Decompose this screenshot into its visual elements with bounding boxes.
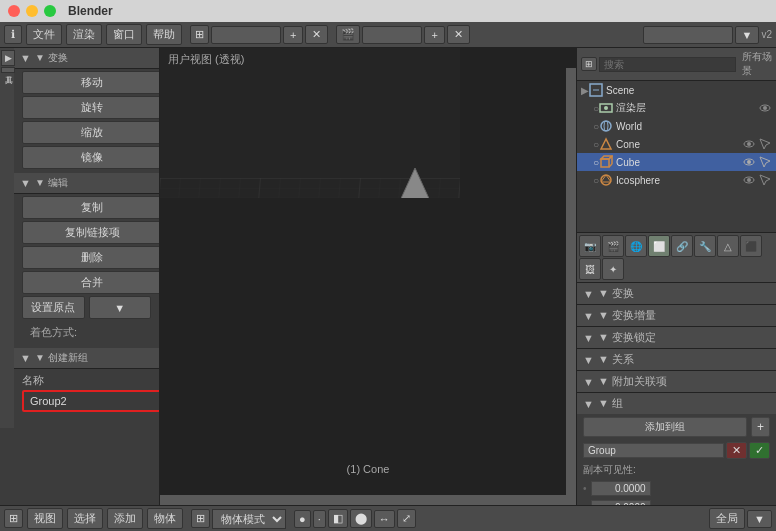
cube-eye-icon[interactable] <box>742 155 756 169</box>
outliner-item-scene[interactable]: ▶ Scene <box>577 81 776 99</box>
prop-particle-icon[interactable]: ✦ <box>602 258 624 280</box>
copy-vis-value-2[interactable]: 0.0000 <box>591 500 651 505</box>
info-icon[interactable]: ℹ <box>4 25 22 44</box>
close-button[interactable] <box>8 5 20 17</box>
dot-icon[interactable]: · <box>313 510 326 528</box>
prop-render-icon[interactable]: 📷 <box>579 235 601 257</box>
copy-vis-value-1[interactable]: 0.0000 <box>591 481 651 496</box>
create-group-header[interactable]: ▼ ▼ 创建新组 <box>14 348 159 369</box>
object-btn[interactable]: 物体 <box>147 508 183 529</box>
group-name-input[interactable]: Group2 <box>22 390 160 412</box>
add-to-group-btn[interactable]: 添加到组 <box>583 417 747 437</box>
bottom-bar: ⊞ 视图 选择 添加 物体 ⊞ 物体模式 ● · ◧ ⬤ ↔ ⤢ 全局 ▼ <box>0 505 776 531</box>
prop-texture-icon[interactable]: 🖼 <box>579 258 601 280</box>
prop-world-icon[interactable]: 🌐 <box>625 235 647 257</box>
transform-delta-label: ▼ 变换增量 <box>598 308 656 323</box>
group-header[interactable]: ▼ ▼ 组 <box>577 393 776 414</box>
outliner-item-render[interactable]: ○ 渲染层 <box>577 99 776 117</box>
create-group-arrow: ▼ <box>20 352 31 364</box>
relations-label: ▼ 关系 <box>598 352 634 367</box>
prop-material-icon[interactable]: ⬛ <box>740 235 762 257</box>
move-btn[interactable]: 移动 <box>22 71 160 94</box>
svg-point-57 <box>747 178 751 182</box>
menu-render[interactable]: 渲染 <box>66 24 102 45</box>
outliner-search[interactable] <box>599 57 736 72</box>
view-btn[interactable]: 视图 <box>27 508 63 529</box>
group-remove-btn[interactable]: ✕ <box>726 442 747 459</box>
select-btn[interactable]: 选择 <box>67 508 103 529</box>
object-mode-icon[interactable]: ⊞ <box>191 509 210 528</box>
cone-eye-icon[interactable] <box>742 137 756 151</box>
layout-input[interactable]: Default <box>211 26 281 44</box>
icosphere-label: Icosphere <box>616 175 660 186</box>
side-strip-btn[interactable]: ▶ <box>1 50 15 66</box>
edit-section-header[interactable]: ▼ ▼ 编辑 <box>14 173 159 194</box>
menu-window[interactable]: 窗口 <box>106 24 142 45</box>
set-origin-btn[interactable]: 设置原点 <box>22 296 85 319</box>
scene-icon[interactable]: 🎬 <box>336 25 360 44</box>
viewport-shade2[interactable]: ⬤ <box>350 509 372 528</box>
outliner-item-cone[interactable]: ○ Cone <box>577 135 776 153</box>
outliner-item-world[interactable]: ○ World <box>577 117 776 135</box>
transform-delta-header[interactable]: ▼ ▼ 变换增量 <box>577 305 776 326</box>
prop-data-icon[interactable]: △ <box>717 235 739 257</box>
transform-section-header[interactable]: ▼ ▼ 变换 <box>14 48 159 69</box>
transform-prop-header[interactable]: ▼ ▼ 变换 <box>577 283 776 304</box>
rotate-btn[interactable]: 旋转 <box>22 96 160 119</box>
prop-constraint-icon[interactable]: 🔗 <box>671 235 693 257</box>
sphere-icon[interactable]: ● <box>294 510 311 528</box>
titlebar: Blender <box>0 0 776 22</box>
global-btn[interactable]: 全局 <box>709 508 745 529</box>
prop-object-icon[interactable]: ⬜ <box>648 235 670 257</box>
set-origin-arrow[interactable]: ▼ <box>89 296 152 319</box>
transform-delta-section: ▼ ▼ 变换增量 <box>577 305 776 327</box>
scene-input[interactable]: Scene <box>362 26 422 44</box>
outliner-icon[interactable]: ⊞ <box>581 57 597 71</box>
svg-point-39 <box>604 106 608 110</box>
render-eye-icon[interactable] <box>758 101 772 115</box>
viewport-icon-btn[interactable]: ⊞ <box>4 509 23 528</box>
maximize-button[interactable] <box>44 5 56 17</box>
relations-header[interactable]: ▼ ▼ 关系 <box>577 349 776 370</box>
duplicate-link-btn[interactable]: 复制链接项 <box>22 221 160 244</box>
world-label: World <box>616 121 642 132</box>
join-btn[interactable]: 合并 <box>22 271 160 294</box>
close-scene-btn[interactable]: ✕ <box>447 25 470 44</box>
transform-lock-header[interactable]: ▼ ▼ 变换锁定 <box>577 327 776 348</box>
menu-help[interactable]: 帮助 <box>146 24 182 45</box>
extra-header[interactable]: ▼ ▼ 附加关联项 <box>577 371 776 392</box>
close-layout-btn[interactable]: ✕ <box>305 25 328 44</box>
add-btn[interactable]: 添加 <box>107 508 143 529</box>
duplicate-btn[interactable]: 复制 <box>22 196 160 219</box>
icosphere-eye-icon[interactable] <box>742 173 756 187</box>
group-confirm-btn[interactable]: ✓ <box>749 442 770 459</box>
prop-modifier-icon[interactable]: 🔧 <box>694 235 716 257</box>
add-scene-btn[interactable]: + <box>424 26 444 44</box>
viewport-icons1[interactable]: ↔ <box>374 510 395 528</box>
icosphere-icon <box>599 173 613 187</box>
mode-select[interactable]: 物体模式 <box>212 509 286 529</box>
viewport-scrollbar-right[interactable] <box>566 68 576 505</box>
mirror-btn[interactable]: 镜像 <box>22 146 160 169</box>
outliner-item-cube[interactable]: ○ Cube <box>577 153 776 171</box>
viewport-scrollbar-bottom[interactable] <box>160 495 566 505</box>
layout-icon[interactable]: ⊞ <box>190 25 209 44</box>
group-plus-button[interactable]: + <box>751 417 770 437</box>
menu-file[interactable]: 文件 <box>26 24 62 45</box>
group-name-field[interactable]: Group <box>583 443 724 458</box>
engine-input[interactable]: Blender 渲染 <box>643 26 733 44</box>
global-down[interactable]: ▼ <box>747 510 772 528</box>
outliner-item-icosphere[interactable]: ○ Icosphere <box>577 171 776 189</box>
engine-dropdown[interactable]: ▼ <box>735 26 760 44</box>
copy-vis-row-2: • 0.0000 <box>577 498 776 505</box>
viewport[interactable]: 用户视图 (透视) <box>160 48 576 505</box>
prop-scene-icon[interactable]: 🎬 <box>602 235 624 257</box>
viewport-icons2[interactable]: ⤢ <box>397 509 416 528</box>
scale-btn[interactable]: 缩放 <box>22 121 160 144</box>
delete-btn[interactable]: 删除 <box>22 246 160 269</box>
minimize-button[interactable] <box>26 5 38 17</box>
add-layout-btn[interactable]: + <box>283 26 303 44</box>
cone-label: Cone <box>616 139 640 150</box>
transform-arrow: ▼ <box>20 52 31 64</box>
viewport-shade1[interactable]: ◧ <box>328 509 348 528</box>
